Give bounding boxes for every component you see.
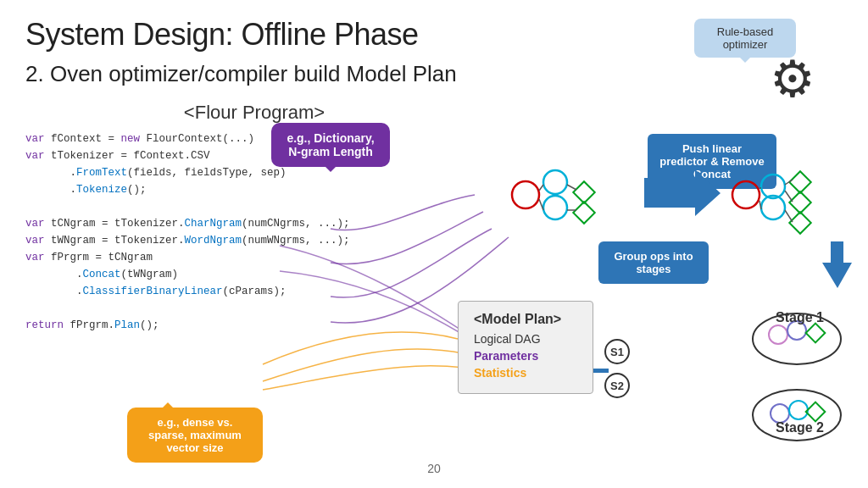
svg-point-12 [761, 196, 785, 219]
svg-marker-21 [814, 241, 852, 288]
svg-line-20 [785, 210, 793, 222]
svg-rect-13 [789, 171, 810, 192]
svg-rect-14 [789, 191, 810, 213]
dict-bubble: e.g., Dictionary, N-gram Length [271, 123, 390, 167]
svg-rect-15 [789, 212, 810, 233]
svg-line-5 [539, 185, 543, 191]
page-number: 20 [427, 462, 441, 475]
flour-title: <Flour Program> [42, 102, 466, 124]
svg-point-32 [605, 374, 629, 397]
svg-point-30 [605, 340, 629, 363]
model-plan-item-params: Parameters [474, 349, 577, 363]
svg-line-6 [539, 199, 543, 210]
model-plan-title: <Model Plan> [474, 312, 577, 327]
svg-point-23 [769, 325, 787, 344]
gear-icon: ⚙ [770, 49, 815, 108]
stage-1-label: Stage 1 [776, 310, 824, 325]
svg-point-1 [543, 170, 567, 194]
dense-bubble: e.g., dense vs. sparse, maximum vector s… [127, 408, 263, 463]
svg-line-7 [567, 185, 576, 190]
svg-rect-29 [806, 402, 826, 422]
svg-line-17 [760, 201, 761, 209]
svg-point-2 [543, 196, 567, 219]
svg-rect-25 [806, 324, 826, 343]
slide: System Design: Offline Phase 2. Oven opt… [0, 0, 868, 488]
stage-2-label: Stage 2 [776, 420, 824, 435]
flour-program-section: <Flour Program> var fContext = new Flour… [25, 102, 466, 334]
svg-line-19 [785, 191, 793, 202]
action-box-group: Group ops into stages [598, 241, 709, 284]
model-plan-item-dag: Logical DAG [474, 332, 577, 346]
model-plan-item-stats: Statistics [474, 366, 577, 380]
svg-point-28 [789, 401, 808, 419]
code-block: var fContext = new FlourContext(...) var… [25, 130, 466, 334]
svg-rect-3 [573, 181, 594, 202]
svg-point-0 [512, 181, 539, 208]
svg-text:S2: S2 [610, 380, 624, 392]
action-box-push: Push linear predictor & Remove Concat [648, 134, 776, 189]
svg-text:S1: S1 [610, 346, 624, 358]
svg-line-18 [785, 180, 793, 185]
sub-title: 2. Oven optimizer/compiler build Model P… [25, 61, 843, 87]
model-plan-box: <Model Plan> Logical DAG Parameters Stat… [458, 301, 593, 394]
svg-rect-4 [573, 202, 594, 223]
